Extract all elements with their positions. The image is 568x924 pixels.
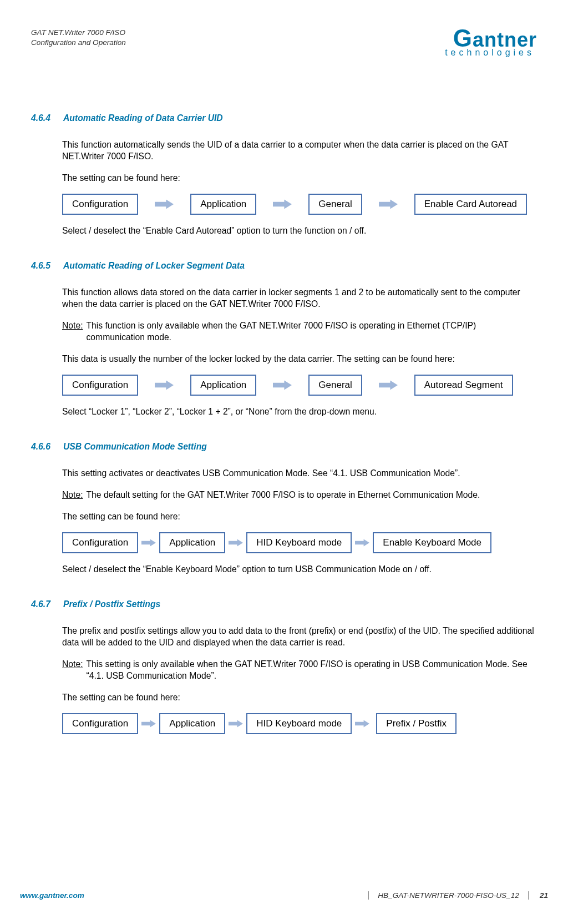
section-title: Automatic Reading of Data Carrier UID <box>63 113 223 123</box>
note-text: The default setting for the GAT NET.Writ… <box>87 489 480 501</box>
brand-name: Gantner <box>393 28 537 49</box>
arrow-icon <box>273 199 292 210</box>
arrow-icon <box>273 380 292 391</box>
section-number: 4.6.6 <box>31 442 53 460</box>
arrow-icon <box>229 537 243 548</box>
paragraph: Select / deselect the “Enable Keyboard M… <box>62 563 537 575</box>
header-line-1: GAT NET.Writer 7000 F/ISO <box>31 28 126 38</box>
nav-step: General <box>308 375 362 396</box>
arrow-icon <box>379 380 398 391</box>
section-title: USB Communication Mode Setting <box>63 442 207 452</box>
paragraph: The setting can be found here: <box>62 511 537 522</box>
section-number: 4.6.7 <box>31 599 53 617</box>
nav-step: Configuration <box>62 194 138 215</box>
nav-step: Configuration <box>62 713 138 734</box>
svg-marker-3 <box>155 380 174 390</box>
section-title: Prefix / Postfix Settings <box>63 599 160 609</box>
section-4-6-7: 4.6.7 Prefix / Postfix Settings The pref… <box>31 599 537 734</box>
svg-marker-5 <box>379 380 398 390</box>
note-label: Note: <box>62 489 87 501</box>
section-4-6-6: 4.6.6 USB Communication Mode Setting Thi… <box>31 442 537 575</box>
svg-marker-6 <box>141 539 156 547</box>
svg-marker-1 <box>273 199 292 209</box>
paragraph: This function allows data stored on the … <box>62 286 537 310</box>
paragraph: The setting can be found here: <box>62 172 537 184</box>
footer-page-number: 21 <box>529 891 548 900</box>
section-4-6-4: 4.6.4 Automatic Reading of Data Carrier … <box>31 113 537 236</box>
brand-subtitle: technologies <box>393 48 537 58</box>
arrow-icon <box>155 380 174 391</box>
section-number: 4.6.5 <box>31 261 53 279</box>
arrow-icon <box>141 537 156 548</box>
nav-step: Configuration <box>62 532 138 553</box>
nav-breadcrumb: Configuration Application HID Keyboard m… <box>62 532 537 553</box>
note-block: Note: This setting is only available whe… <box>62 658 537 681</box>
nav-step: Enable Keyboard Mode <box>373 532 491 553</box>
svg-marker-4 <box>273 380 292 390</box>
note-block: Note: The default setting for the GAT NE… <box>62 489 537 501</box>
nav-step: Prefix / Postfix <box>376 713 457 734</box>
svg-marker-10 <box>229 720 243 728</box>
document-page: GAT NET.Writer 7000 F/ISO Configuration … <box>0 0 568 924</box>
note-label: Note: <box>62 658 87 681</box>
nav-step: HID Keyboard mode <box>246 532 352 553</box>
nav-step: Application <box>159 713 225 734</box>
footer-doc-id: HB_GAT-NETWRITER-7000-FISO-US_12 <box>368 891 529 900</box>
page-header: GAT NET.Writer 7000 F/ISO Configuration … <box>31 28 537 58</box>
paragraph: Select “Locker 1”, “Locker 2”, “Locker 1… <box>62 406 537 417</box>
footer-url: www.gantner.com <box>20 891 84 900</box>
nav-step: Enable Card Autoread <box>414 194 527 215</box>
paragraph: The prefix and postfix settings allow yo… <box>62 625 537 648</box>
nav-breadcrumb: Configuration Application HID Keyboard m… <box>62 713 537 734</box>
header-line-2: Configuration and Operation <box>31 38 126 48</box>
arrow-icon <box>355 718 369 729</box>
page-footer: www.gantner.com HB_GAT-NETWRITER-7000-FI… <box>20 891 548 900</box>
brand-logo: Gantner technologies <box>393 28 537 58</box>
nav-step: Configuration <box>62 375 138 396</box>
note-text: This function is only available when the… <box>87 320 537 343</box>
note-label: Note: <box>62 320 87 343</box>
section-4-6-5: 4.6.5 Automatic Reading of Locker Segmen… <box>31 261 537 417</box>
arrow-icon <box>379 199 398 210</box>
nav-breadcrumb: Configuration Application General Enable… <box>62 194 537 215</box>
svg-marker-9 <box>141 720 156 728</box>
svg-marker-8 <box>355 539 369 547</box>
section-number: 4.6.4 <box>31 113 53 131</box>
arrow-icon <box>141 718 156 729</box>
paragraph: This data is usually the number of the l… <box>62 353 537 365</box>
nav-step: Autoread Segment <box>414 375 513 396</box>
nav-step: HID Keyboard mode <box>246 713 352 734</box>
arrow-icon <box>355 537 369 548</box>
paragraph: Select / deselect the “Enable Card Autor… <box>62 225 537 236</box>
header-doc-title: GAT NET.Writer 7000 F/ISO Configuration … <box>31 28 126 48</box>
section-title: Automatic Reading of Locker Segment Data <box>63 261 245 271</box>
svg-marker-11 <box>355 720 369 728</box>
arrow-icon <box>229 718 243 729</box>
nav-breadcrumb: Configuration Application General Autore… <box>62 375 537 396</box>
note-block: Note: This function is only available wh… <box>62 320 537 343</box>
nav-step: Application <box>190 375 256 396</box>
nav-step: Application <box>190 194 256 215</box>
paragraph: This function automatically sends the UI… <box>62 139 537 162</box>
nav-step: General <box>308 194 362 215</box>
svg-marker-0 <box>155 199 174 209</box>
paragraph: This setting activates or deactivates US… <box>62 467 537 479</box>
svg-marker-7 <box>229 539 243 547</box>
arrow-icon <box>155 199 174 210</box>
svg-marker-2 <box>379 199 398 209</box>
note-text: This setting is only available when the … <box>87 658 537 681</box>
nav-step: Application <box>159 532 225 553</box>
paragraph: The setting can be found here: <box>62 691 537 703</box>
